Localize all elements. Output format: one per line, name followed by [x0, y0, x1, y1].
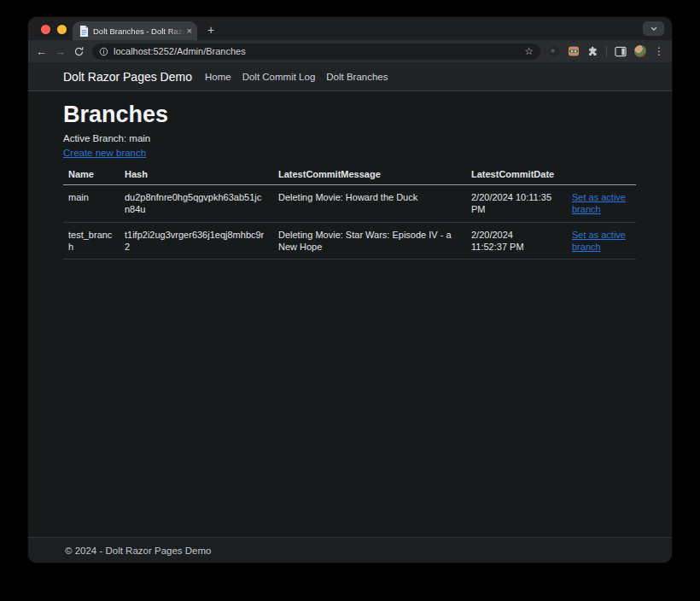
close-window-button[interactable]: [41, 25, 50, 34]
branch-name-cell: test_branch: [63, 222, 120, 260]
sidebar-toggle-icon[interactable]: [615, 46, 627, 57]
nav-item-dolt-branches[interactable]: Dolt Branches: [326, 72, 388, 82]
back-button[interactable]: ←: [36, 46, 47, 57]
plus-icon: +: [207, 23, 214, 37]
extension-icon-dark-circle[interactable]: [548, 45, 560, 57]
active-branch-text: Active Branch: main: [63, 133, 636, 144]
create-new-branch-link[interactable]: Create new branch: [63, 148, 146, 159]
url-text: localhost:5252/Admin/Branches: [114, 46, 519, 56]
branch-hash-cell: du2p8nfnre0hg5qgvpkh63ab51jcn84u: [120, 185, 273, 223]
reload-button[interactable]: [73, 46, 85, 57]
app-navbar: Dolt Razor Pages Demo Home Dolt Commit L…: [28, 62, 672, 91]
column-header-hash: Hash: [120, 165, 273, 185]
set-active-branch-link[interactable]: Set as activebranch: [572, 230, 626, 252]
table-row: maindu2p8nfnre0hg5qgvpkh63ab51jcn84uDele…: [63, 185, 636, 223]
column-header-actions: [567, 165, 636, 185]
branch-hash-cell: t1ifp2i2ug3vrger636j1eqj8mhbc9r2: [120, 222, 273, 260]
column-header-name: Name: [63, 165, 120, 185]
tab-close-icon[interactable]: ×: [187, 26, 192, 36]
branch-name-cell: main: [63, 185, 120, 223]
extension-icon-goggles[interactable]: [568, 45, 580, 57]
site-info-icon[interactable]: [99, 47, 108, 56]
column-header-latest-commit-message: LatestCommitMessage: [273, 165, 466, 185]
web-page: Dolt Razor Pages Demo Home Dolt Commit L…: [28, 62, 672, 563]
navbar-brand[interactable]: Dolt Razor Pages Demo: [63, 70, 192, 84]
bookmark-star-icon[interactable]: ☆: [524, 46, 534, 56]
commit-message-cell: Deleting Movie: Star Wars: Episode IV - …: [273, 222, 466, 260]
browser-window: Dolt Branches - Dolt Razor Pag × + ← → l…: [28, 17, 672, 563]
tab-search-button[interactable]: [643, 21, 664, 36]
browser-toolbar: ← → localhost:5252/Admin/Branches ☆: [28, 40, 672, 62]
commit-date-cell: 2/20/202411:52:37 PM: [466, 222, 567, 260]
minimize-window-button[interactable]: [57, 25, 67, 34]
toolbar-divider: [606, 46, 607, 57]
tab-strip: Dolt Branches - Dolt Razor Pag × +: [28, 17, 672, 40]
chevron-down-icon: [650, 25, 658, 33]
main-content: Branches Active Branch: main Create new …: [28, 91, 672, 537]
tab-favicon-document-icon: [79, 26, 89, 37]
table-row: test_brancht1ifp2i2ug3vrger636j1eqj8mhbc…: [63, 222, 636, 260]
table-header-row: Name Hash LatestCommitMessage LatestComm…: [63, 165, 636, 185]
extensions-puzzle-icon[interactable]: [587, 46, 598, 57]
browser-menu-icon[interactable]: ⋮: [654, 46, 664, 56]
new-tab-button[interactable]: +: [202, 21, 219, 38]
page-title: Branches: [63, 102, 636, 129]
nav-item-home[interactable]: Home: [205, 72, 231, 82]
nav-item-dolt-commit-log[interactable]: Dolt Commit Log: [242, 72, 316, 82]
branch-action-cell: Set as activebranch: [567, 222, 636, 260]
nav-links: Home Dolt Commit Log Dolt Branches: [205, 72, 388, 82]
branches-table-body: maindu2p8nfnre0hg5qgvpkh63ab51jcn84uDele…: [63, 185, 636, 260]
app-footer: © 2024 - Dolt Razor Pages Demo: [28, 537, 672, 563]
set-active-branch-link[interactable]: Set as activebranch: [572, 192, 626, 214]
branches-table: Name Hash LatestCommitMessage LatestComm…: [63, 165, 636, 260]
branch-action-cell: Set as activebranch: [567, 185, 636, 223]
column-header-latest-commit-date: LatestCommitDate: [466, 165, 567, 185]
url-bar[interactable]: localhost:5252/Admin/Branches ☆: [92, 44, 540, 60]
commit-date-cell: 2/20/2024 10:11:35 PM: [466, 185, 567, 223]
toolbar-actions: ⋮: [548, 45, 664, 57]
forward-button[interactable]: →: [55, 46, 66, 57]
commit-message-cell: Deleting Movie: Howard the Duck: [273, 185, 466, 223]
profile-avatar[interactable]: [634, 45, 646, 57]
browser-tab[interactable]: Dolt Branches - Dolt Razor Pag ×: [73, 21, 197, 40]
footer-text: © 2024 - Dolt Razor Pages Demo: [65, 546, 211, 556]
tab-title: Dolt Branches - Dolt Razor Pag: [93, 26, 185, 36]
